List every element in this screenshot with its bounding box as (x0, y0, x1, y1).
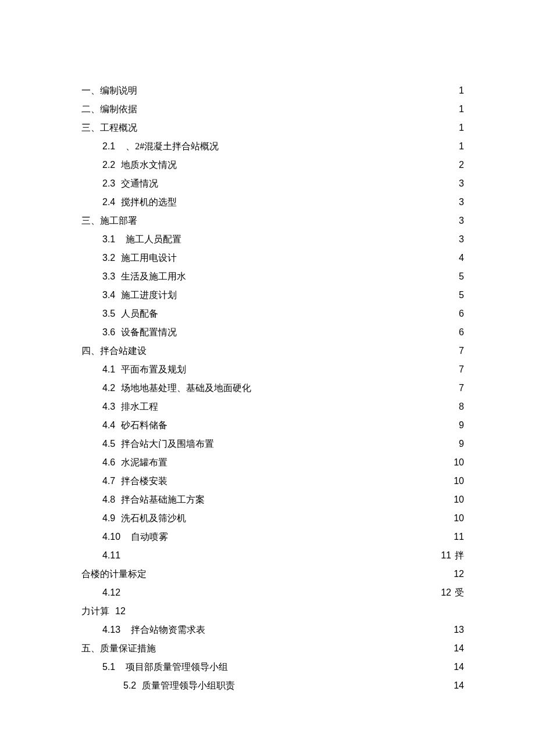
toc-label: 三、工程概况 (81, 119, 137, 137)
toc-page-number: 1 (454, 81, 464, 100)
toc-entry: 4.10 自动喷雾 11 (81, 528, 464, 546)
toc-leader (140, 84, 451, 94)
toc-label: 二、编制依据 (81, 100, 137, 119)
toc-entry: 2.1 、2#混凝土拌合站概况 1 (81, 137, 464, 156)
toc-label-fragment: 拌 (455, 546, 464, 565)
toc-entry: 5.1 项目部质量管理领导小组 14 (81, 658, 464, 676)
toc-page-number: 3 (454, 174, 464, 193)
toc-page-number: 9 (454, 416, 464, 435)
toc-page-number: 14 (454, 639, 464, 658)
toc-number: 3.4 (102, 286, 115, 304)
toc-number: 4.5 (102, 435, 115, 453)
toc-page-number: 14 (454, 676, 464, 695)
toc-entry: 二、编制依据 1 (81, 100, 464, 119)
toc-label: 场地地基处理、基础及地面硬化 (121, 379, 251, 397)
toc-entry: 4.13 拌合站物资需求表 13 (81, 621, 464, 639)
toc-number: 4.7 (102, 472, 115, 490)
toc-leader (170, 475, 451, 484)
toc-leader (184, 233, 451, 242)
toc-entry: 2.4 搅拌机的选型 3 (81, 193, 464, 212)
toc-number: 4.3 (102, 397, 115, 416)
toc-leader (160, 177, 451, 187)
toc-page-number: 1 (454, 137, 464, 156)
toc-label-continuation: 合楼的计量标定 (81, 565, 147, 583)
toc-entry: 4.1 平面布置及规划 7 (81, 360, 464, 379)
toc-leader (140, 121, 451, 131)
toc-page-number: 13 (454, 621, 464, 639)
toc-leader (188, 512, 451, 521)
toc-number: 3.3 (102, 267, 115, 286)
toc-entry: 4.5 拌合站大门及围墙布置 9 (81, 435, 464, 453)
toc-label: 平面布置及规划 (121, 360, 186, 379)
toc-page-number: 10 (454, 453, 464, 472)
toc-leader (129, 549, 430, 558)
toc-leader (188, 363, 451, 372)
toc-number: 4.9 (102, 509, 115, 528)
toc-label: 四、拌合站建设 (81, 342, 147, 360)
toc-number: 5.1 (102, 658, 115, 676)
toc-page-number: 12 (441, 583, 451, 602)
toc-number: 4.10 (102, 528, 120, 546)
toc-leader (179, 196, 451, 205)
toc-leader (140, 103, 451, 112)
toc-number: 3.5 (102, 304, 115, 323)
toc-leader (237, 679, 451, 689)
toc-leader (170, 531, 451, 540)
toc-page-number: 7 (454, 379, 464, 397)
toc-label: 水泥罐布置 (121, 453, 167, 472)
toc-entry: 3.1 施工人员配置 3 (81, 230, 464, 249)
toc-page: 一、编制说明 1 二、编制依据 1 三、工程概况 1 2.1 、2#混凝土拌合站… (81, 81, 464, 695)
toc-leader (221, 140, 451, 149)
toc-leader (158, 642, 451, 651)
toc-number: 4.8 (102, 490, 115, 509)
toc-entry: 五、质量保证措施 14 (81, 639, 464, 658)
toc-label: 拌合站大门及围墙布置 (121, 435, 214, 453)
toc-page-number: 8 (454, 397, 464, 416)
toc-page-number: 1 (454, 100, 464, 119)
toc-label: 排水工程 (121, 397, 158, 416)
toc-label: 拌合站物资需求表 (131, 621, 205, 639)
toc-label: 砂石料储备 (121, 416, 167, 435)
toc-leader (160, 307, 451, 317)
toc-number: 2.4 (102, 193, 115, 212)
toc-label-fragment: 受 (455, 583, 464, 602)
toc-page-number: 7 (454, 360, 464, 379)
toc-number: 4.2 (102, 379, 115, 397)
toc-leader (160, 400, 451, 410)
toc-number: 4.12 (102, 583, 120, 602)
toc-leader (207, 493, 451, 503)
toc-number: 4.13 (102, 621, 120, 639)
toc-entry: 4.7 拌合楼安装 10 (81, 472, 464, 490)
toc-label: 五、质量保证措施 (81, 639, 156, 658)
toc-page-number: 3 (454, 193, 464, 212)
toc-label: 人员配备 (121, 304, 158, 323)
toc-page-number: 6 (454, 323, 464, 342)
toc-number: 4.11 (102, 546, 120, 565)
toc-page-number: 10 (454, 509, 464, 528)
toc-leader (254, 382, 451, 391)
toc-page-number: 12 (454, 565, 464, 583)
toc-entry: 4.9 洗石机及筛沙机 10 (81, 509, 464, 528)
toc-label: 三、施工部署 (81, 212, 137, 230)
toc-label: 施工用电设计 (121, 249, 177, 267)
toc-page-number: 10 (454, 472, 464, 490)
toc-leader (170, 419, 451, 428)
toc-page-number: 9 (454, 435, 464, 453)
toc-label: 一、编制说明 (81, 81, 137, 100)
toc-entry: 4.2 场地地基处理、基础及地面硬化 7 (81, 379, 464, 397)
toc-label: 施工进度计划 (121, 286, 177, 304)
toc-leader (230, 661, 451, 670)
toc-number: 2.2 (102, 156, 115, 174)
toc-page-number: 5 (454, 286, 464, 304)
toc-page-number: 2 (454, 156, 464, 174)
toc-page-number: 11 (441, 546, 451, 565)
toc-entry: 4.4 砂石料储备 9 (81, 416, 464, 435)
toc-page-number: 3 (454, 212, 464, 230)
toc-entry: 4.6 水泥罐布置 10 (81, 453, 464, 472)
toc-label: 交通情况 (121, 174, 158, 193)
toc-page-number: 11 (454, 528, 464, 546)
toc-label: 自动喷雾 (131, 528, 168, 546)
toc-leader (188, 270, 451, 280)
toc-leader (179, 159, 451, 168)
toc-label: 生活及施工用水 (121, 267, 186, 286)
